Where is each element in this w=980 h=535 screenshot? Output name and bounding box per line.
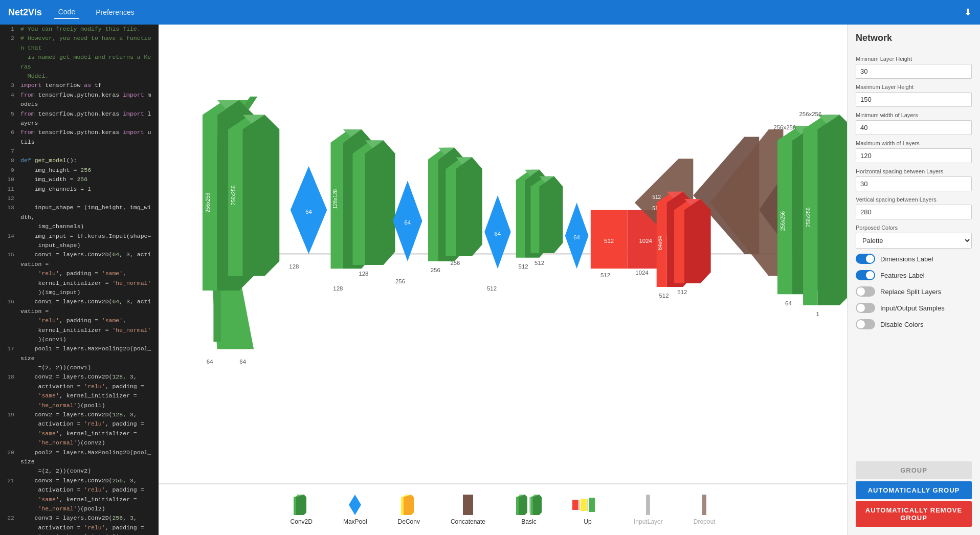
svg-marker-29	[456, 157, 482, 256]
svg-text:64: 64	[239, 359, 246, 365]
svg-text:256x256: 256x256	[799, 111, 821, 117]
code-line-2: 2 # However, you need to have a function…	[0, 34, 159, 81]
svg-text:512: 512	[677, 289, 687, 295]
code-line-17: 17 pool1 = layers.MaxPooling2D(pool_size…	[0, 344, 159, 372]
svg-marker-20	[365, 141, 395, 265]
nav-code-link[interactable]: Code	[54, 6, 79, 19]
code-line-10: 10 img_width = 256	[0, 175, 159, 184]
input-output-samples-row: Input/Output Samples	[856, 303, 972, 313]
svg-text:128: 128	[359, 271, 368, 277]
svg-text:256x256: 256x256	[231, 185, 236, 205]
code-line-6: 6 from tensorflow.python.keras import ut…	[0, 128, 159, 147]
download-icon[interactable]: ⬇	[964, 7, 972, 18]
dimensions-label-toggle[interactable]	[856, 254, 875, 264]
group-button[interactable]: GROUP	[856, 461, 972, 479]
svg-text:1: 1	[816, 311, 819, 317]
svg-text:128: 128	[289, 263, 299, 270]
legend-dropout: Dropout	[694, 495, 716, 525]
svg-rect-89	[463, 495, 473, 515]
max-layer-width-label: Maximum width of Layers	[856, 140, 972, 146]
code-line-20: 20 pool2 = layers.MaxPooling2D(pool_size…	[0, 448, 159, 476]
code-line-5: 5 from tensorflow.python.keras import la…	[0, 109, 159, 128]
max-layer-width-input[interactable]	[856, 148, 972, 163]
code-line-16: 16 conv1 = layers.Conv2D(64, 3, activati…	[0, 297, 159, 344]
svg-marker-38	[540, 176, 563, 253]
auto-group-button[interactable]: AUTOMATICALLY GROUP	[856, 481, 972, 499]
right-panel: Network Minimum Layer Height Maximum Lay…	[847, 25, 980, 535]
viz-area: 256x256 256x256 64 128	[159, 25, 847, 535]
svg-text:512: 512	[600, 272, 610, 278]
min-layer-height-label: Minimum Layer Height	[856, 56, 972, 62]
svg-text:64: 64	[305, 209, 312, 215]
nav-preferences-link[interactable]: Preferences	[92, 6, 138, 18]
viz-main[interactable]: 256x256 256x256 64 128	[159, 25, 847, 484]
svg-text:256x256: 256x256	[806, 207, 811, 227]
disable-colors-text: Disable Colors	[880, 321, 924, 328]
legend-deconv: DeConv	[398, 495, 420, 525]
min-layer-width-input[interactable]	[856, 120, 972, 135]
svg-marker-88	[404, 495, 414, 515]
disable-colors-toggle[interactable]	[856, 319, 875, 329]
svg-marker-96	[533, 495, 542, 515]
svg-rect-102	[646, 495, 650, 515]
code-line-7: 7	[0, 147, 159, 156]
svg-text:256x256: 256x256	[773, 124, 796, 130]
legend-inputlayer-label: InputLayer	[634, 518, 663, 525]
svg-marker-92	[519, 495, 527, 515]
network-viz: 256x256 256x256 64 128	[159, 25, 847, 483]
h-spacing-input[interactable]	[856, 176, 972, 191]
code-line-9: 9 img_height = 256	[0, 166, 159, 175]
input-output-samples-toggle[interactable]	[856, 303, 875, 313]
svg-text:512: 512	[652, 194, 661, 200]
svg-rect-99	[581, 499, 587, 511]
max-layer-height-input[interactable]	[856, 92, 972, 107]
svg-text:256: 256	[450, 260, 460, 266]
legend-up: Up	[572, 495, 603, 525]
legend-maxpool-label: MaxPool	[343, 518, 367, 525]
svg-text:64: 64	[573, 234, 580, 240]
code-line-13: 13 input_shape = (img_height, img_width,…	[0, 203, 159, 231]
brand-label: Net2Vis	[8, 7, 42, 18]
top-nav: Net2Vis Code Preferences ⬇	[0, 0, 980, 25]
min-layer-height-input[interactable]	[856, 64, 972, 79]
svg-text:64: 64	[404, 219, 411, 226]
svg-text:128: 128	[333, 285, 343, 292]
svg-text:512: 512	[659, 293, 669, 299]
svg-rect-101	[589, 498, 595, 512]
svg-marker-85	[349, 495, 361, 515]
features-label-text: Features Label	[880, 272, 925, 279]
svg-text:512: 512	[534, 260, 544, 266]
svg-text:256x256: 256x256	[780, 211, 786, 231]
code-line-8: 8 def get_model():	[0, 156, 159, 165]
code-line-3: 3 import tensorflow as tf	[0, 81, 159, 90]
legend-conv2d-label: Conv2D	[291, 518, 313, 525]
legend-deconv-label: DeConv	[398, 518, 420, 525]
svg-text:64: 64	[495, 231, 501, 237]
svg-text:64x64: 64x64	[657, 236, 663, 250]
legend-conv2d: Conv2D	[291, 495, 313, 525]
svg-text:512: 512	[519, 263, 528, 270]
svg-marker-9	[243, 115, 280, 276]
svg-text:128x128: 128x128	[332, 189, 338, 209]
code-line-22: 22 conv3 = layers.Conv2D(256, 3, activat…	[0, 514, 159, 535]
code-line-4: 4 from tensorflow.python.keras import mo…	[0, 91, 159, 109]
svg-marker-84	[296, 495, 306, 515]
legend-inputlayer: InputLayer	[634, 495, 663, 525]
svg-text:1024: 1024	[639, 238, 652, 244]
features-label-toggle[interactable]	[856, 270, 875, 280]
code-line-11: 11 img_channels = 1	[0, 185, 159, 194]
legend-basic: Basic	[516, 495, 542, 525]
disable-colors-row: Disable Colors	[856, 319, 972, 329]
svg-marker-64	[818, 115, 847, 305]
proposed-colors-label: Porposed Colors	[856, 225, 972, 231]
v-spacing-input[interactable]	[856, 205, 972, 219]
main-layout: 1 # You can freely modify this file. 2 #…	[0, 25, 980, 535]
h-spacing-label: Horizontal spacing between Layers	[856, 168, 972, 174]
legend-basic-label: Basic	[521, 518, 536, 525]
viz-legend: Conv2D MaxPool DeConv Con	[159, 484, 847, 535]
auto-remove-group-button[interactable]: AUTOMATICALLY REMOVE GROUP	[856, 501, 972, 527]
svg-marker-55	[684, 199, 711, 283]
palette-select[interactable]: Palette	[856, 233, 972, 249]
code-line-19: 19 conv2 = layers.Conv2D(128, 3, activat…	[0, 410, 159, 448]
replace-split-layers-toggle[interactable]	[856, 286, 875, 297]
